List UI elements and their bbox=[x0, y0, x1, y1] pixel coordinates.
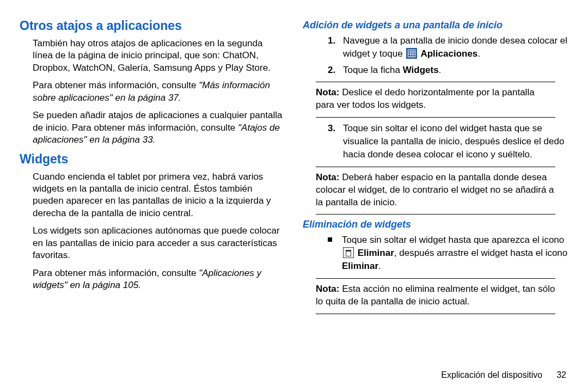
heading-remove-widgets: Eliminación de widgets bbox=[303, 219, 568, 230]
divider bbox=[316, 82, 555, 82]
text: , después arrastre el widget hasta el ic… bbox=[394, 248, 567, 258]
divider bbox=[316, 214, 555, 215]
text-bold: Aplicaciones bbox=[418, 48, 477, 59]
text: . bbox=[378, 261, 381, 271]
step-number: 2. bbox=[328, 64, 343, 77]
text-bold: Eliminar bbox=[342, 261, 378, 271]
bullet-text: Toque sin soltar el widget hasta que apa… bbox=[342, 234, 568, 272]
right-column: Adición de widgets a una pantalla de ini… bbox=[294, 16, 577, 381]
ordered-list: 3. Toque sin soltar el icono del widget … bbox=[328, 122, 568, 161]
text-bold: Widgets bbox=[403, 65, 439, 75]
text: en la página 33. bbox=[87, 134, 156, 145]
paragraph: Se pueden añadir atajos de aplicaciones … bbox=[33, 109, 285, 146]
note-label: Nota: bbox=[316, 87, 339, 97]
divider bbox=[316, 117, 555, 118]
text: en la página 105. bbox=[68, 280, 141, 290]
left-column: Otros atajos a aplicaciones También hay … bbox=[11, 16, 294, 381]
heading-add-widgets: Adición de widgets a una pantalla de ini… bbox=[303, 20, 568, 31]
note: Nota: Esta acción no elimina realmente e… bbox=[316, 283, 555, 308]
note-text: Deslice el dedo horizontalmente por la p… bbox=[316, 87, 535, 110]
heading-otros-atajos: Otros atajos a aplicaciones bbox=[20, 19, 285, 33]
bullet-item: Toque sin soltar el widget hasta que apa… bbox=[328, 234, 568, 272]
manual-page: Otros atajos a aplicaciones También hay … bbox=[0, 0, 588, 392]
step-text: Toque la ficha Widgets. bbox=[343, 64, 568, 77]
divider bbox=[316, 314, 555, 314]
step-number: 1. bbox=[328, 34, 343, 60]
text: . bbox=[439, 65, 442, 75]
note-label: Nota: bbox=[316, 284, 339, 294]
list-item: 1. Navegue a la pantalla de inicio donde… bbox=[328, 34, 568, 60]
paragraph: Los widgets son aplicaciones autónomas q… bbox=[33, 225, 285, 261]
bullet-square-icon bbox=[328, 237, 332, 242]
footer-section: Explicación del dispositivo bbox=[441, 370, 542, 379]
paragraph: También hay otros atajos de aplicaciones… bbox=[33, 38, 285, 74]
note: Nota: Deslice el dedo horizontalmente po… bbox=[316, 87, 555, 112]
note-label: Nota: bbox=[316, 172, 339, 182]
text: en la página 37. bbox=[113, 93, 181, 103]
list-item: 3. Toque sin soltar el icono del widget … bbox=[328, 122, 568, 161]
paragraph: Para obtener más información, consulte "… bbox=[33, 79, 285, 104]
text: Para obtener más información, consulte bbox=[33, 268, 199, 278]
text: Toque sin soltar el widget hasta que apa… bbox=[342, 235, 564, 245]
text: . bbox=[477, 48, 480, 59]
list-item: 2. Toque la ficha Widgets. bbox=[328, 64, 568, 77]
trash-icon bbox=[343, 247, 354, 258]
note-text: Esta acción no elimina realmente el widg… bbox=[316, 284, 555, 307]
paragraph: Para obtener más información, consulte "… bbox=[33, 267, 285, 292]
text-bold: Eliminar bbox=[355, 248, 394, 258]
divider bbox=[316, 278, 555, 279]
divider bbox=[316, 167, 555, 167]
text: Para obtener más información, consulte bbox=[33, 80, 199, 90]
page-number: 32 bbox=[556, 370, 566, 379]
note-text: Deberá haber espacio en la pantalla dond… bbox=[316, 172, 554, 207]
note: Nota: Deberá haber espacio en la pantall… bbox=[316, 171, 555, 209]
heading-widgets: Widgets bbox=[20, 152, 285, 167]
ordered-list: 1. Navegue a la pantalla de inicio donde… bbox=[328, 34, 568, 76]
apps-grid-icon bbox=[406, 48, 417, 59]
paragraph: Cuando encienda el tablet por primera ve… bbox=[33, 171, 285, 220]
step-text: Toque sin soltar el icono del widget has… bbox=[343, 122, 568, 161]
step-text: Navegue a la pantalla de inicio donde de… bbox=[343, 34, 568, 60]
step-number: 3. bbox=[328, 122, 343, 161]
page-footer: Explicación del dispositivo32 bbox=[441, 370, 566, 380]
text: Toque la ficha bbox=[343, 65, 403, 75]
